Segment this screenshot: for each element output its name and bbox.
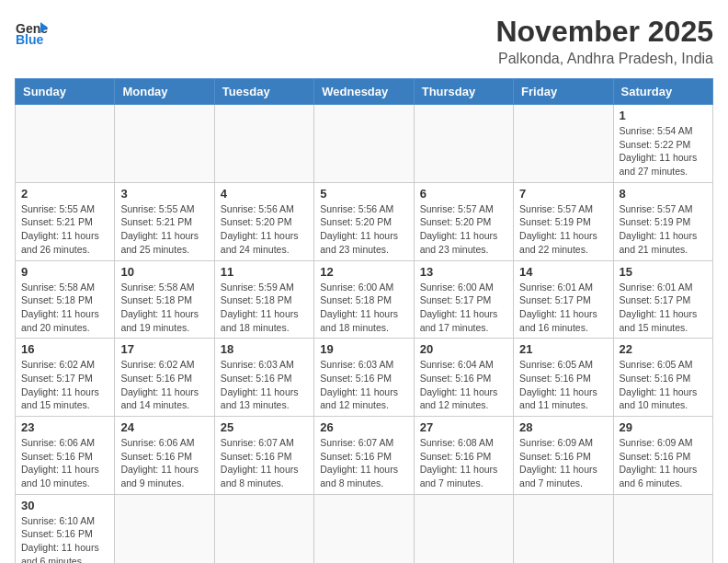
calendar-cell: 26Sunrise: 6:07 AM Sunset: 5:16 PM Dayli… (314, 417, 414, 495)
day-info: Sunrise: 5:55 AM Sunset: 5:21 PM Dayligh… (21, 202, 108, 257)
location-title: Palkonda, Andhra Pradesh, India (495, 51, 713, 67)
calendar-table: SundayMondayTuesdayWednesdayThursdayFrid… (15, 78, 713, 563)
calendar-cell: 2Sunrise: 5:55 AM Sunset: 5:21 PM Daylig… (16, 182, 115, 260)
day-info: Sunrise: 6:09 AM Sunset: 5:16 PM Dayligh… (519, 436, 607, 490)
day-number: 12 (320, 265, 407, 279)
day-number: 13 (420, 265, 507, 279)
day-info: Sunrise: 6:05 AM Sunset: 5:16 PM Dayligh… (519, 358, 607, 412)
day-info: Sunrise: 6:09 AM Sunset: 5:16 PM Dayligh… (620, 436, 707, 490)
calendar-cell (514, 105, 613, 183)
calendar-cell (414, 494, 513, 563)
calendar-cell (613, 494, 712, 563)
calendar-cell: 18Sunrise: 6:03 AM Sunset: 5:16 PM Dayli… (214, 339, 313, 417)
calendar-week-4: 23Sunrise: 6:06 AM Sunset: 5:16 PM Dayli… (16, 417, 713, 495)
calendar-cell: 21Sunrise: 6:05 AM Sunset: 5:16 PM Dayli… (514, 339, 613, 417)
weekday-thursday: Thursday (414, 79, 513, 105)
weekday-saturday: Saturday (613, 79, 712, 105)
calendar-cell: 23Sunrise: 6:06 AM Sunset: 5:16 PM Dayli… (16, 417, 115, 495)
day-info: Sunrise: 6:06 AM Sunset: 5:16 PM Dayligh… (120, 436, 208, 490)
day-number: 30 (21, 499, 108, 512)
day-number: 5 (320, 187, 407, 201)
calendar-week-0: 1Sunrise: 5:54 AM Sunset: 5:22 PM Daylig… (16, 105, 713, 183)
weekday-wednesday: Wednesday (314, 79, 414, 105)
day-number: 10 (120, 265, 208, 279)
calendar-cell (314, 494, 414, 563)
day-number: 3 (120, 187, 208, 201)
calendar-cell: 12Sunrise: 6:00 AM Sunset: 5:18 PM Dayli… (314, 260, 414, 339)
day-info: Sunrise: 6:07 AM Sunset: 5:16 PM Dayligh… (221, 436, 308, 490)
day-info: Sunrise: 5:57 AM Sunset: 5:19 PM Dayligh… (620, 202, 707, 257)
day-number: 21 (519, 342, 607, 356)
calendar-cell: 20Sunrise: 6:04 AM Sunset: 5:16 PM Dayli… (414, 339, 513, 417)
day-number: 8 (620, 187, 707, 201)
day-info: Sunrise: 5:56 AM Sunset: 5:20 PM Dayligh… (320, 202, 407, 257)
day-number: 22 (620, 342, 707, 356)
calendar-cell: 9Sunrise: 5:58 AM Sunset: 5:18 PM Daylig… (16, 260, 115, 339)
day-info: Sunrise: 6:01 AM Sunset: 5:17 PM Dayligh… (519, 281, 607, 335)
calendar-cell: 29Sunrise: 6:09 AM Sunset: 5:16 PM Dayli… (613, 417, 712, 495)
day-info: Sunrise: 5:59 AM Sunset: 5:18 PM Dayligh… (221, 281, 308, 335)
day-number: 2 (21, 187, 108, 201)
day-info: Sunrise: 6:10 AM Sunset: 5:16 PM Dayligh… (21, 514, 108, 563)
calendar-week-1: 2Sunrise: 5:55 AM Sunset: 5:21 PM Daylig… (16, 182, 713, 260)
day-number: 28 (519, 420, 607, 434)
weekday-tuesday: Tuesday (214, 79, 313, 105)
calendar-cell: 10Sunrise: 5:58 AM Sunset: 5:18 PM Dayli… (115, 260, 214, 339)
calendar-cell (214, 105, 313, 183)
day-number: 11 (221, 265, 308, 279)
day-info: Sunrise: 6:02 AM Sunset: 5:16 PM Dayligh… (120, 358, 208, 412)
day-info: Sunrise: 6:06 AM Sunset: 5:16 PM Dayligh… (21, 436, 108, 490)
day-info: Sunrise: 6:01 AM Sunset: 5:17 PM Dayligh… (620, 281, 707, 335)
day-info: Sunrise: 5:54 AM Sunset: 5:22 PM Dayligh… (620, 124, 707, 178)
day-number: 4 (221, 187, 308, 201)
calendar-cell: 24Sunrise: 6:06 AM Sunset: 5:16 PM Dayli… (115, 417, 214, 495)
calendar-cell (115, 494, 214, 563)
calendar-cell: 4Sunrise: 5:56 AM Sunset: 5:20 PM Daylig… (214, 182, 313, 260)
calendar-cell (314, 105, 414, 183)
day-info: Sunrise: 5:57 AM Sunset: 5:19 PM Dayligh… (519, 202, 607, 257)
day-info: Sunrise: 5:58 AM Sunset: 5:18 PM Dayligh… (21, 281, 108, 335)
calendar-cell (16, 105, 115, 183)
calendar-cell (214, 494, 313, 563)
calendar-cell: 17Sunrise: 6:02 AM Sunset: 5:16 PM Dayli… (115, 339, 214, 417)
day-info: Sunrise: 6:00 AM Sunset: 5:18 PM Dayligh… (320, 281, 407, 335)
day-number: 1 (620, 109, 707, 122)
day-info: Sunrise: 6:04 AM Sunset: 5:16 PM Dayligh… (420, 358, 507, 412)
calendar-cell: 30Sunrise: 6:10 AM Sunset: 5:16 PM Dayli… (16, 494, 115, 563)
weekday-sunday: Sunday (16, 79, 115, 105)
calendar-cell: 8Sunrise: 5:57 AM Sunset: 5:19 PM Daylig… (613, 182, 712, 260)
svg-text:Blue: Blue (16, 32, 44, 47)
day-info: Sunrise: 6:02 AM Sunset: 5:17 PM Dayligh… (21, 358, 108, 412)
calendar-cell: 5Sunrise: 5:56 AM Sunset: 5:20 PM Daylig… (314, 182, 414, 260)
logo-icon: General Blue (15, 15, 48, 48)
weekday-header-row: SundayMondayTuesdayWednesdayThursdayFrid… (16, 79, 713, 105)
day-number: 16 (21, 342, 108, 356)
calendar-cell (414, 105, 513, 183)
day-number: 24 (120, 420, 208, 434)
day-number: 6 (420, 187, 507, 201)
weekday-friday: Friday (514, 79, 613, 105)
calendar-cell: 15Sunrise: 6:01 AM Sunset: 5:17 PM Dayli… (613, 260, 712, 339)
day-number: 19 (320, 342, 407, 356)
calendar-cell: 27Sunrise: 6:08 AM Sunset: 5:16 PM Dayli… (414, 417, 513, 495)
calendar-cell: 11Sunrise: 5:59 AM Sunset: 5:18 PM Dayli… (214, 260, 313, 339)
day-number: 25 (221, 420, 308, 434)
day-number: 17 (120, 342, 208, 356)
calendar-cell: 19Sunrise: 6:03 AM Sunset: 5:16 PM Dayli… (314, 339, 414, 417)
calendar-cell: 22Sunrise: 6:05 AM Sunset: 5:16 PM Dayli… (613, 339, 712, 417)
title-block: November 2025 Palkonda, Andhra Pradesh, … (495, 15, 713, 67)
day-number: 18 (221, 342, 308, 356)
calendar-cell: 3Sunrise: 5:55 AM Sunset: 5:21 PM Daylig… (115, 182, 214, 260)
calendar-cell (514, 494, 613, 563)
calendar-cell (115, 105, 214, 183)
day-number: 27 (420, 420, 507, 434)
day-number: 20 (420, 342, 507, 356)
day-info: Sunrise: 6:00 AM Sunset: 5:17 PM Dayligh… (420, 281, 507, 335)
day-info: Sunrise: 5:56 AM Sunset: 5:20 PM Dayligh… (221, 202, 308, 257)
calendar-cell: 25Sunrise: 6:07 AM Sunset: 5:16 PM Dayli… (214, 417, 313, 495)
day-number: 15 (620, 265, 707, 279)
calendar-cell: 1Sunrise: 5:54 AM Sunset: 5:22 PM Daylig… (613, 105, 712, 183)
day-info: Sunrise: 6:03 AM Sunset: 5:16 PM Dayligh… (320, 358, 407, 412)
calendar-cell: 6Sunrise: 5:57 AM Sunset: 5:20 PM Daylig… (414, 182, 513, 260)
day-number: 7 (519, 187, 607, 201)
